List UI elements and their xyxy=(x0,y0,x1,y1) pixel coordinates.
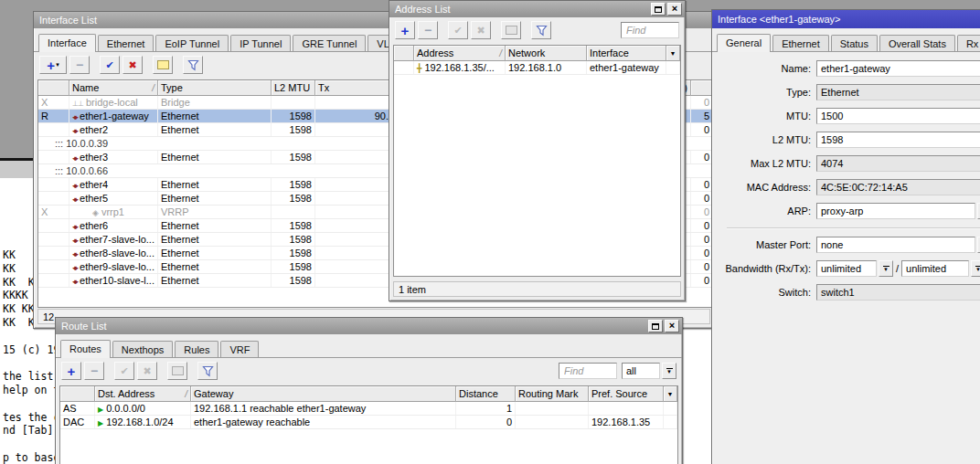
column-pref-source[interactable]: Pref. Source xyxy=(589,386,664,402)
close-button[interactable]: × xyxy=(665,320,679,332)
arp-label: ARP: xyxy=(719,206,811,216)
cell-name: vrrp1 xyxy=(69,206,158,218)
tab-gre-tunnel[interactable]: GRE Tunnel xyxy=(293,35,366,51)
header-dropdown-button[interactable]: ▼ xyxy=(666,46,680,61)
disable-button[interactable]: ✖ xyxy=(471,21,491,39)
cell-flags: R xyxy=(38,110,69,122)
table-row[interactable]: 192.168.1.35/... 192.168.1.0 ether1-gate… xyxy=(394,61,680,75)
tab-ethernet[interactable]: Ethernet xyxy=(98,35,154,51)
remove-button[interactable]: − xyxy=(418,21,438,39)
filter-funnel-icon xyxy=(536,25,548,37)
comment-button[interactable] xyxy=(153,56,173,74)
cell-name: ether7-slave-lo... xyxy=(69,233,158,246)
column-tx[interactable]: Tx xyxy=(315,80,392,96)
bandwidth-rx-dropdown-button[interactable]: ▼ xyxy=(879,260,893,277)
column-flags[interactable] xyxy=(38,80,69,96)
address-list-status: 1 item xyxy=(393,281,681,297)
column-gateway[interactable]: Gateway xyxy=(191,386,456,402)
cell-spacer xyxy=(666,61,680,74)
comment-note-icon xyxy=(157,60,169,69)
column-address[interactable]: Address/ xyxy=(414,46,506,61)
interface-type-icon xyxy=(72,97,83,108)
column-interface[interactable]: Interface xyxy=(587,46,666,61)
bandwidth-rx-select[interactable] xyxy=(816,260,877,277)
cell-tx: 90. xyxy=(315,110,392,122)
route-list-titlebar[interactable]: Route List × xyxy=(56,318,682,334)
find-input[interactable] xyxy=(559,363,617,379)
tab-interface[interactable]: Interface xyxy=(38,34,96,52)
tab-nexthops[interactable]: Nexthops xyxy=(112,341,173,357)
disable-button[interactable]: ✖ xyxy=(137,362,157,380)
name-input[interactable] xyxy=(816,60,980,77)
comment-button[interactable] xyxy=(501,21,521,39)
filter-button[interactable] xyxy=(197,362,218,380)
tab-general[interactable]: General xyxy=(717,34,771,52)
cell-routing-mark xyxy=(516,416,589,428)
cell-spacer xyxy=(664,416,677,428)
disable-button[interactable]: ✖ xyxy=(122,56,143,74)
cell-dst-address: 0.0.0.0/0 xyxy=(95,402,191,415)
find-input[interactable] xyxy=(621,22,679,38)
tab-rules[interactable]: Rules xyxy=(175,341,218,357)
add-button[interactable]: + xyxy=(61,362,81,380)
column-type[interactable]: Type xyxy=(158,80,272,96)
maximize-button[interactable] xyxy=(648,320,663,332)
table-row[interactable]: AS 0.0.0.0/0 192.168.1.1 reachable ether… xyxy=(60,402,677,416)
column-distance[interactable]: Distance xyxy=(456,386,516,402)
column-dst-address[interactable]: Dst. Address/ xyxy=(95,386,191,402)
header-dropdown-button[interactable]: ▼ xyxy=(664,386,677,402)
close-icon: × xyxy=(669,321,675,331)
background-strip xyxy=(0,161,33,178)
tab-rx-stats[interactable]: Rx Stats xyxy=(957,35,980,51)
comment-button[interactable] xyxy=(167,362,187,380)
bandwidth-tx-select[interactable] xyxy=(901,260,969,277)
column-flags[interactable] xyxy=(60,386,95,402)
cell-gateway: 192.168.1.1 reachable ether1-gateway xyxy=(191,402,456,415)
enable-button[interactable]: ✔ xyxy=(114,362,134,380)
cell-pref-source xyxy=(589,402,664,415)
cell-flags xyxy=(38,260,69,273)
column-network[interactable]: Network xyxy=(506,46,587,61)
cell-tx xyxy=(315,178,392,191)
maximize-button[interactable] xyxy=(651,3,666,16)
address-list-titlebar[interactable]: Address List × xyxy=(389,1,685,17)
interface-type-icon xyxy=(72,111,77,121)
close-button[interactable]: × xyxy=(667,3,682,16)
tab-overall-stats[interactable]: Overall Stats xyxy=(879,35,955,51)
enable-button[interactable]: ✔ xyxy=(448,21,468,39)
add-button[interactable]: + ▾ xyxy=(39,56,67,74)
enable-button[interactable]: ✔ xyxy=(100,56,120,74)
route-filter-dropdown-button[interactable]: ▼ xyxy=(662,363,676,379)
cell-type: Ethernet xyxy=(158,233,272,246)
remove-button[interactable]: − xyxy=(69,56,90,74)
remove-button[interactable]: − xyxy=(84,362,104,380)
filter-button[interactable] xyxy=(183,56,203,74)
add-dropdown-icon: ▾ xyxy=(56,61,59,69)
route-list-toolbar: + − ✔ ✖ all ▼ xyxy=(56,358,682,384)
tab-ip-tunnel[interactable]: IP Tunnel xyxy=(230,35,291,51)
add-button[interactable]: + xyxy=(395,21,415,39)
mtu-input[interactable] xyxy=(816,108,980,124)
tab-vrf[interactable]: VRF xyxy=(220,341,259,357)
bandwidth-tx-dropdown-button[interactable]: ▼ xyxy=(971,260,980,277)
column-l2mtu[interactable]: L2 MTU xyxy=(272,80,315,96)
filter-button[interactable] xyxy=(531,21,551,39)
master-port-select[interactable] xyxy=(816,237,975,253)
route-flag-icon xyxy=(98,417,103,427)
interface-dialog-titlebar[interactable]: Interface <ether1-gateway> xyxy=(712,10,980,28)
tab-status[interactable]: Status xyxy=(831,35,878,51)
column-flags[interactable] xyxy=(394,46,414,61)
l2mtu-input[interactable] xyxy=(816,132,980,148)
interface-dialog-window: Interface <ether1-gateway> General Ether… xyxy=(711,9,980,464)
table-row[interactable]: DAC 192.168.1.0/24 ether1-gateway reacha… xyxy=(60,416,677,429)
tab-ethernet[interactable]: Ethernet xyxy=(772,35,829,51)
tab-routes[interactable]: Routes xyxy=(60,340,111,358)
column-routing-mark[interactable]: Routing Mark xyxy=(516,386,589,402)
route-filter-select[interactable]: all xyxy=(622,363,660,379)
route-table-body: AS 0.0.0.0/0 192.168.1.1 reachable ether… xyxy=(60,402,677,464)
arp-select[interactable] xyxy=(816,203,975,219)
column-name[interactable]: Name/ xyxy=(69,80,158,96)
cell-tx xyxy=(315,219,392,232)
tab-eoip-tunnel[interactable]: EoIP Tunnel xyxy=(155,35,229,51)
column-pps[interactable] xyxy=(691,80,713,96)
